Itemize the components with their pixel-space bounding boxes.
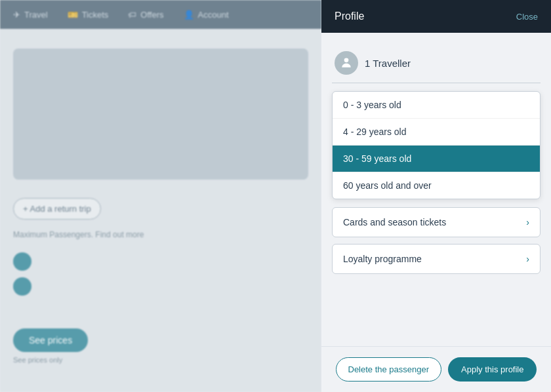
nav-tickets[interactable]: 🎫 Tickets — [68, 10, 109, 20]
add-return-trip[interactable]: + Add a return trip — [13, 198, 101, 220]
traveller-icon — [335, 51, 358, 75]
circle-button-2[interactable] — [13, 277, 31, 296]
left-content: + Add a return trip Maximum Passengers. … — [0, 29, 321, 392]
see-prices-note: See prices only — [13, 356, 308, 364]
panel-header: Profile Close — [321, 0, 551, 33]
age-option-30-59[interactable]: 30 - 59 years old — [333, 146, 540, 172]
cards-season-tickets-item[interactable]: Cards and season tickets › — [332, 207, 541, 237]
panel-footer: Delete the passenger Apply this profile — [321, 346, 551, 392]
nav-bar: ✈ Travel 🎫 Tickets 🏷 Offers 👤 Account — [0, 0, 321, 29]
circle-button-1[interactable] — [13, 252, 31, 271]
background-panel: ✈ Travel 🎫 Tickets 🏷 Offers 👤 Account + … — [0, 0, 321, 392]
svg-point-0 — [344, 58, 349, 63]
nav-travel[interactable]: ✈ Travel — [13, 10, 48, 20]
loyalty-programme-item[interactable]: Loyalty programme › — [332, 244, 541, 274]
tickets-icon: 🎫 — [68, 10, 78, 20]
max-passengers-text: Maximum Passengers. Find out more — [13, 230, 308, 239]
panel-title: Profile — [335, 10, 364, 22]
age-option-0-3[interactable]: 0 - 3 years old — [333, 92, 540, 119]
cards-chevron-icon: › — [526, 217, 529, 227]
age-option-60-over[interactable]: 60 years old and over — [333, 172, 540, 199]
apply-profile-button[interactable]: Apply this profile — [448, 357, 537, 382]
profile-panel: Profile Close 1 Traveller 0 - 3 years ol… — [321, 0, 551, 392]
search-box — [13, 49, 308, 180]
offers-icon: 🏷 — [128, 10, 136, 20]
close-button[interactable]: Close — [516, 12, 538, 22]
loyalty-label: Loyalty programme — [343, 254, 422, 264]
account-icon: 👤 — [184, 10, 194, 20]
delete-passenger-button[interactable]: Delete the passenger — [336, 357, 442, 382]
age-option-4-29[interactable]: 4 - 29 years old — [333, 119, 540, 146]
panel-body: 1 Traveller 0 - 3 years old 4 - 29 years… — [321, 33, 551, 346]
cards-label: Cards and season tickets — [343, 217, 446, 227]
age-dropdown[interactable]: 0 - 3 years old 4 - 29 years old 30 - 59… — [332, 91, 541, 199]
travel-icon: ✈ — [13, 10, 20, 20]
traveller-count: 1 Traveller — [365, 58, 411, 69]
loyalty-chevron-icon: › — [526, 254, 529, 264]
traveller-row: 1 Traveller — [332, 43, 541, 83]
nav-account[interactable]: 👤 Account — [184, 10, 229, 20]
see-prices-button[interactable]: See prices — [13, 328, 88, 352]
nav-offers[interactable]: 🏷 Offers — [128, 10, 163, 20]
